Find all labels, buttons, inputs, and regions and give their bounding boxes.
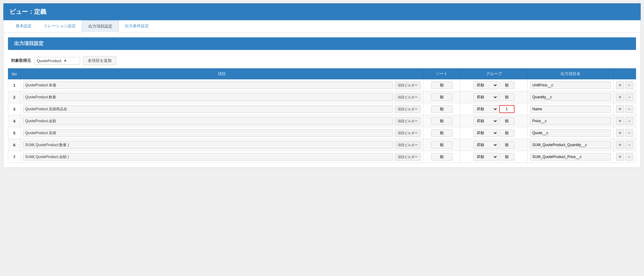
tab-output-items[interactable]: 出力項目設定: [82, 20, 119, 33]
output-name-input[interactable]: [530, 129, 611, 137]
sort-input[interactable]: [431, 93, 453, 101]
row-actions: +－: [614, 151, 636, 163]
add-row-button[interactable]: +: [616, 141, 624, 149]
row-group: 昇順降順なし: [460, 151, 528, 163]
output-name-input[interactable]: [530, 93, 611, 101]
group-order-select[interactable]: 昇順降順なし: [473, 117, 498, 125]
row-no: 7: [8, 151, 21, 163]
row-item: 項目ビルダー: [21, 91, 423, 103]
col-header-actions: [614, 69, 636, 79]
group-seq-input[interactable]: [499, 141, 515, 149]
group-order-select[interactable]: 昇順降順なし: [473, 81, 498, 89]
group-order-select[interactable]: 昇順降順なし: [473, 153, 498, 161]
page-header: ビュー：定義: [3, 3, 641, 20]
remove-row-button[interactable]: －: [625, 141, 633, 149]
add-row-button[interactable]: +: [616, 81, 624, 89]
dropdown-arrow-icon: ▼: [63, 59, 77, 63]
col-header-output-name: 出力項目名: [528, 69, 614, 79]
row-group: 昇順降順なし: [460, 91, 528, 103]
row-actions: +－: [614, 79, 636, 91]
page-wrapper: ビュー：定義 基本設定 リレーション設定 出力項目設定 出力条件設定 出力項目設…: [3, 3, 641, 168]
tab-relation[interactable]: リレーション設定: [38, 20, 82, 33]
row-no: 2: [8, 91, 21, 103]
item-builder-button[interactable]: 項目ビルダー: [395, 117, 421, 125]
target-label: 対象取得元: [10, 58, 31, 63]
item-input[interactable]: [23, 129, 393, 137]
add-row-button[interactable]: +: [616, 153, 624, 161]
group-seq-input[interactable]: [499, 93, 515, 101]
output-name-input[interactable]: [530, 141, 611, 149]
target-row: 対象取得元 QuoteProduct ▼ 全項目を追加: [3, 53, 641, 68]
group-order-select[interactable]: 昇順降順なし: [473, 141, 498, 149]
remove-row-button[interactable]: －: [625, 105, 633, 113]
output-name-input[interactable]: [530, 153, 611, 161]
row-group: 昇順降順なし: [460, 103, 528, 115]
col-header-group: グループ: [460, 69, 528, 79]
item-builder-button[interactable]: 項目ビルダー: [395, 153, 421, 161]
add-row-button[interactable]: +: [616, 93, 624, 101]
output-name-input[interactable]: [530, 117, 611, 125]
row-sort: [423, 115, 460, 127]
target-select[interactable]: QuoteProduct ▼: [34, 57, 80, 65]
item-builder-button[interactable]: 項目ビルダー: [395, 93, 421, 101]
output-items-table: No 項目 ソート グループ 出力項目名 1項目ビルダー昇順降順なし+－2項目ビ…: [8, 68, 636, 163]
item-builder-button[interactable]: 項目ビルダー: [395, 105, 421, 113]
sort-input[interactable]: [431, 105, 453, 113]
remove-row-button[interactable]: －: [625, 93, 633, 101]
sort-input[interactable]: [431, 141, 453, 149]
tab-output-conditions[interactable]: 出力条件設定: [119, 20, 155, 33]
table-row: 2項目ビルダー昇順降順なし+－: [8, 91, 636, 103]
item-builder-button[interactable]: 項目ビルダー: [395, 129, 421, 137]
group-seq-input[interactable]: [499, 129, 515, 137]
group-seq-input[interactable]: [499, 105, 515, 113]
row-item: 項目ビルダー: [21, 79, 423, 91]
row-sort: [423, 91, 460, 103]
item-input[interactable]: [23, 141, 393, 149]
remove-row-button[interactable]: －: [625, 129, 633, 137]
row-group: 昇順降順なし: [460, 79, 528, 91]
output-name-input[interactable]: [530, 105, 611, 113]
sort-input[interactable]: [431, 117, 453, 125]
add-row-button[interactable]: +: [616, 129, 624, 137]
table-row: 1項目ビルダー昇順降順なし+－: [8, 79, 636, 91]
col-header-sort: ソート: [423, 69, 460, 79]
sort-input[interactable]: [431, 81, 453, 89]
section-title: 出力項目設定: [14, 41, 44, 46]
row-output-name: [528, 79, 614, 91]
add-row-button[interactable]: +: [616, 117, 624, 125]
row-no: 3: [8, 103, 21, 115]
add-row-button[interactable]: +: [616, 105, 624, 113]
item-input[interactable]: [23, 117, 393, 125]
row-no: 6: [8, 139, 21, 151]
remove-row-button[interactable]: －: [625, 117, 633, 125]
item-input[interactable]: [23, 93, 393, 101]
sort-input[interactable]: [431, 129, 453, 137]
group-seq-input[interactable]: [499, 81, 515, 89]
group-order-select[interactable]: 昇順降順なし: [473, 105, 498, 113]
output-name-input[interactable]: [530, 81, 611, 89]
row-item: 項目ビルダー: [21, 151, 423, 163]
item-builder-button[interactable]: 項目ビルダー: [395, 141, 421, 149]
sort-input[interactable]: [431, 153, 453, 161]
group-order-select[interactable]: 昇順降順なし: [473, 93, 498, 101]
group-seq-input[interactable]: [499, 153, 515, 161]
row-sort: [423, 79, 460, 91]
table-row: 5項目ビルダー昇順降順なし+－: [8, 127, 636, 139]
table-row: 6項目ビルダー昇順降順なし+－: [8, 139, 636, 151]
remove-row-button[interactable]: －: [625, 81, 633, 89]
row-item: 項目ビルダー: [21, 103, 423, 115]
item-input[interactable]: [23, 105, 393, 113]
item-input[interactable]: [23, 153, 393, 161]
group-order-select[interactable]: 昇順降順なし: [473, 129, 498, 137]
row-actions: +－: [614, 115, 636, 127]
tab-basic[interactable]: 基本設定: [10, 20, 38, 33]
row-output-name: [528, 91, 614, 103]
row-actions: +－: [614, 103, 636, 115]
row-output-name: [528, 139, 614, 151]
item-builder-button[interactable]: 項目ビルダー: [395, 81, 421, 89]
remove-row-button[interactable]: －: [625, 153, 633, 161]
row-group: 昇順降順なし: [460, 139, 528, 151]
add-all-button[interactable]: 全項目を追加: [83, 56, 116, 65]
item-input[interactable]: [23, 81, 393, 89]
group-seq-input[interactable]: [499, 117, 515, 125]
